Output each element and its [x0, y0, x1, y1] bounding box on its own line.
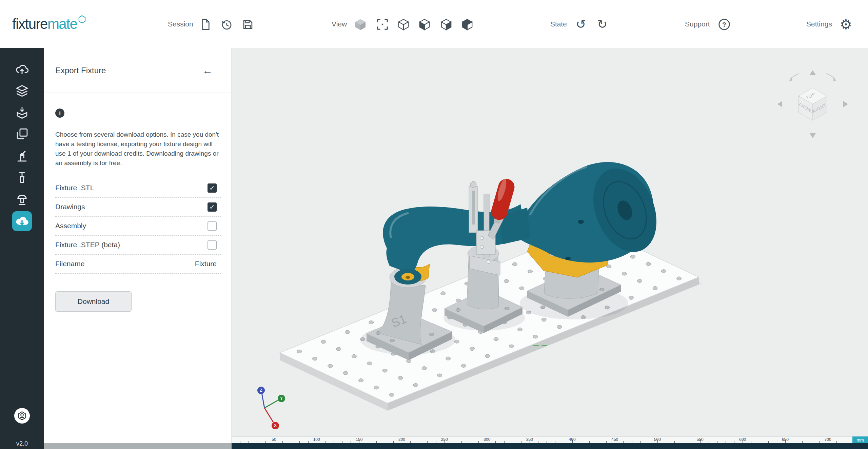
session-group-label: Session [168, 0, 193, 48]
panel-body: i Choose from several download options. … [44, 93, 231, 312]
left-toolbar: v2.0 [0, 48, 44, 449]
drawings-checkbox[interactable]: ✓ [208, 202, 217, 212]
pivot-ring [394, 269, 421, 285]
top-bar: fixturemate Session View State ↺ ↻ Suppo… [0, 0, 868, 48]
x-axis-label: X [274, 423, 277, 428]
settings-label[interactable]: Settings [806, 0, 832, 48]
view-cube[interactable]: TOP FRONT RIGHT [769, 63, 857, 145]
viewcube-arrow-down[interactable] [810, 133, 816, 138]
ruler-unit-badge: mm [852, 436, 868, 443]
z-axis-label: Z [260, 388, 262, 393]
redo-icon[interactable]: ↻ [595, 17, 610, 32]
option-label: Drawings [55, 203, 85, 211]
option-row-drawings: Drawings ✓ [55, 198, 221, 217]
viewcube-arrow-left[interactable] [777, 101, 782, 107]
panel-header: Export Fixture ← [44, 48, 231, 93]
axis-triad: Z Y X [244, 384, 295, 435]
fixture-step-checkbox[interactable]: ✓ [208, 240, 217, 250]
export-options-list: Fixture .STL ✓ Drawings ✓ Assembly ✓ Fix… [55, 179, 221, 274]
right-view-icon[interactable] [439, 17, 454, 32]
save-icon[interactable] [240, 17, 255, 32]
viewcube-arrow-up[interactable] [810, 70, 816, 75]
viewport-bottom-bar [232, 443, 868, 449]
sidebar-item-parts[interactable] [0, 80, 44, 102]
sidebar-item-duplicates[interactable] [0, 123, 44, 145]
support-label[interactable]: Support [685, 0, 710, 48]
sidebar-item-fixture-elements[interactable] [0, 167, 44, 189]
cloud-upload-icon [12, 59, 32, 79]
checkmark-icon: ✓ [210, 204, 215, 210]
option-row-fixture-step: Fixture .STEP (beta) ✓ [55, 236, 221, 255]
svg-text:?: ? [722, 21, 726, 28]
toggle-clamp-icon [12, 146, 32, 166]
filename-row: Filename Fixture [55, 255, 221, 274]
viewcube-arrow-right[interactable] [843, 101, 848, 107]
option-row-fixture-stl: Fixture .STL ✓ [55, 179, 221, 198]
option-label: Fixture .STL [55, 184, 94, 192]
option-label: Fixture .STEP (beta) [55, 241, 120, 249]
option-row-assembly: Assembly ✓ [55, 217, 221, 236]
export-panel: Export Fixture ← i Choose from several d… [44, 48, 232, 443]
fixture-stl-checkbox[interactable]: ✓ [208, 183, 217, 193]
cloud-download-icon [12, 211, 32, 231]
back-arrow-icon[interactable]: ← [202, 65, 213, 76]
support-press-icon [12, 190, 32, 209]
logo-text-primary: fixture [12, 16, 47, 32]
undo-icon[interactable]: ↺ [573, 17, 588, 32]
logo-text-secondary: mate [47, 16, 77, 32]
panel-bottom-strip [44, 443, 232, 449]
sidebar-item-export[interactable] [0, 210, 44, 232]
filename-label: Filename [55, 260, 84, 268]
shaded-view-icon[interactable] [353, 17, 368, 32]
workpiece-cone [516, 159, 668, 262]
checkmark-icon: ✓ [210, 185, 215, 191]
sidebar-item-upload[interactable] [0, 58, 44, 80]
ruler: 5010015020025030035040045050055060065070… [232, 436, 868, 443]
settings-gear-icon[interactable]: ⚙ [839, 17, 853, 32]
assembly-checkbox[interactable]: ✓ [208, 221, 217, 231]
cube-import-icon [12, 103, 32, 122]
layers-icon [12, 81, 32, 101]
y-axis-label: Y [280, 396, 283, 401]
app-logo: fixturemate [12, 0, 86, 48]
history-icon[interactable] [219, 17, 234, 32]
hexagon-logo-icon [78, 11, 86, 27]
download-button[interactable]: Download [55, 291, 132, 312]
fit-view-icon[interactable] [375, 17, 390, 32]
boxes-icon [12, 124, 32, 144]
sidebar-item-orientation[interactable] [0, 102, 44, 123]
panel-title: Export Fixture [55, 66, 202, 75]
viewport-3d: S1 [232, 48, 868, 436]
info-icon: i [55, 109, 64, 118]
app-version: v2.0 [0, 440, 44, 447]
top-view-icon[interactable] [460, 17, 475, 32]
state-group-label: State [550, 0, 567, 48]
sidebar-item-supports[interactable] [0, 189, 44, 210]
new-document-icon[interactable] [198, 17, 213, 32]
user-avatar[interactable] [14, 408, 30, 424]
left-view-icon[interactable] [417, 17, 432, 32]
help-icon[interactable]: ? [717, 17, 732, 32]
pull-stud-icon [12, 168, 32, 188]
view-group-label: View [332, 0, 347, 48]
option-label: Assembly [55, 222, 86, 230]
export-description: Choose from several download options. In… [55, 130, 221, 168]
iso-view-icon[interactable] [396, 17, 411, 32]
sidebar-item-clamps[interactable] [0, 145, 44, 167]
filename-value[interactable]: Fixture [195, 260, 217, 268]
